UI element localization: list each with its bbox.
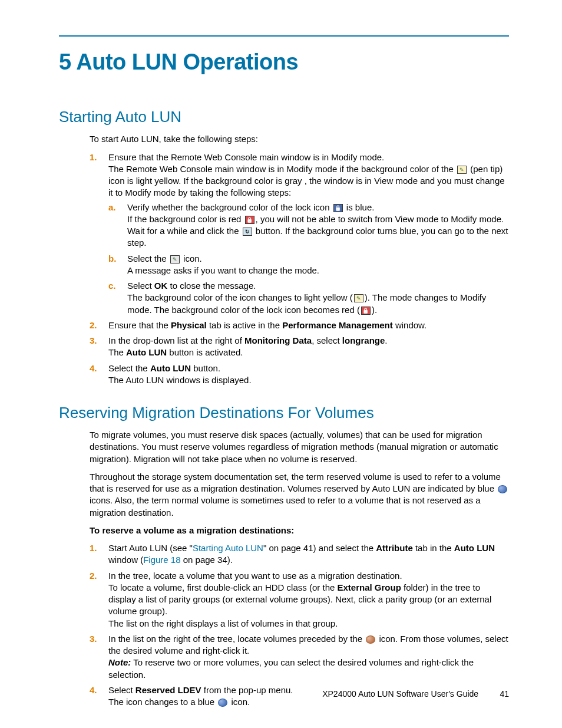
auto-lun-window-label: Auto LUN xyxy=(454,543,495,553)
step-3-text2: , select xyxy=(312,335,342,345)
step-1c-text5: ). xyxy=(372,305,377,315)
reserve-step-1-text3: tab in the xyxy=(413,543,454,553)
reserving-p2: Throughout the storage system documentat… xyxy=(90,471,509,519)
step-2-text3: window. xyxy=(393,320,427,330)
step-2-marker: 2. xyxy=(90,319,97,331)
page-footer: XP24000 Auto LUN Software User's Guide 4… xyxy=(59,689,509,700)
step-4-text: Select the xyxy=(108,363,150,373)
intro-text: To start Auto LUN, take the following st… xyxy=(90,133,509,145)
reserve-step-2-marker: 2. xyxy=(90,570,97,582)
reserved-volume-blue-icon xyxy=(218,699,227,707)
monitoring-data-label: Monitoring Data xyxy=(244,335,312,345)
step-1a-marker: a. xyxy=(108,202,116,213)
lock-blue-icon xyxy=(333,204,343,212)
pen-tip-icon xyxy=(170,255,180,263)
lock-red-icon xyxy=(361,307,371,315)
external-group-label: External Group xyxy=(337,582,401,592)
step-1b-text: Select the xyxy=(127,253,169,263)
reserve-step-1-text5: on page 34). xyxy=(181,555,233,565)
step-1c-text3: The background color of the icon changes… xyxy=(127,292,353,302)
page-number: 41 xyxy=(481,689,509,700)
step-3-text4: The xyxy=(108,347,126,357)
reserving-p2a: Throughout the storage system documentat… xyxy=(90,472,501,493)
chapter-title: 5 Auto LUN Operations xyxy=(59,47,509,77)
note-label: Note: xyxy=(108,657,131,667)
reserve-step-1-text2: " on page 41) and select the xyxy=(263,543,376,553)
ok-label: OK xyxy=(154,281,168,291)
step-4-text2: button. xyxy=(191,363,220,373)
reserve-step-3: 3. In the list on the right of the tree,… xyxy=(90,633,509,681)
reserved-volume-blue-icon xyxy=(498,485,507,493)
reserve-step-1-marker: 1. xyxy=(90,542,97,554)
reserve-step-3-note: To reserve two or more volumes, you can … xyxy=(108,657,474,679)
step-1b-marker: b. xyxy=(108,253,116,265)
step-1a-text: Verify whether the background color of t… xyxy=(127,202,332,212)
refresh-icon xyxy=(243,228,252,236)
lock-red-icon xyxy=(245,216,254,224)
step-2: 2. Ensure that the Physical tab is activ… xyxy=(90,319,509,331)
reserve-step-3-marker: 3. xyxy=(90,633,97,645)
perf-mgmt-label: Performance Management xyxy=(282,320,393,330)
section-reserving-destinations: Reserving Migration Destinations For Vol… xyxy=(59,403,509,423)
pen-tip-yellow-icon xyxy=(457,166,467,174)
step-1b-text3: A message asks if you want to change the… xyxy=(127,265,319,275)
reserve-step-2: 2. In the tree, locate a volume that you… xyxy=(90,570,509,630)
step-2-text: Ensure that the xyxy=(108,320,171,330)
step-1-marker: 1. xyxy=(90,151,97,163)
link-starting-auto-lun[interactable]: Starting Auto LUN xyxy=(193,543,263,553)
step-1a-text2: is blue. xyxy=(344,202,375,212)
reserve-step-2-l2a: To locate a volume, first double-click a… xyxy=(108,582,337,592)
step-1-line1: Ensure that the Remote Web Console main … xyxy=(108,152,384,162)
step-3: 3. In the drop-down list at the right of… xyxy=(90,335,509,359)
step-1: 1. Ensure that the Remote Web Console ma… xyxy=(90,151,509,316)
step-1-line2a: The Remote Web Console main window is in… xyxy=(108,164,456,174)
reserve-step-1-text: Start Auto LUN (see " xyxy=(108,543,193,553)
auto-lun-label: Auto LUN xyxy=(126,347,167,357)
physical-label: Physical xyxy=(171,320,207,330)
reserve-step-3-l1a: In the list on the right of the tree, lo… xyxy=(108,634,365,644)
reserving-p2b: icons. Also, the term normal volume is s… xyxy=(90,495,481,517)
section-starting-auto-lun: Starting Auto LUN xyxy=(59,107,509,127)
longrange-label: longrange xyxy=(342,335,385,345)
step-3-text5: button is activated. xyxy=(167,347,243,357)
step-1c-marker: c. xyxy=(108,280,116,292)
step-4-marker: 4. xyxy=(90,363,97,374)
step-1c-text2: to close the message. xyxy=(167,281,256,291)
step-3-text: In the drop-down list at the right of xyxy=(108,335,244,345)
step-1a-text3: If the background color is red xyxy=(127,214,244,224)
normal-volume-icon xyxy=(366,635,375,644)
reserve-step-2-l1: In the tree, locate a volume that you wa… xyxy=(108,571,402,581)
reserve-step-1-text4: window ( xyxy=(108,555,143,565)
step-4: 4. Select the Auto LUN button. The Auto … xyxy=(90,363,509,387)
step-1b: b. Select the icon. A message asks if yo… xyxy=(108,253,509,277)
auto-lun-button-label: Auto LUN xyxy=(150,363,191,373)
footer-title: XP24000 Auto LUN Software User's Guide xyxy=(322,689,478,699)
reserve-step-2-l3: The list on the right displays a list of… xyxy=(108,618,338,628)
reserve-step-1: 1. Start Auto LUN (see "Starting Auto LU… xyxy=(90,542,509,566)
step-1c-text: Select xyxy=(127,281,154,291)
step-1c: c. Select OK to close the message. The b… xyxy=(108,280,509,316)
step-1a: a. Verify whether the background color o… xyxy=(108,202,509,249)
link-figure-18[interactable]: Figure 18 xyxy=(143,555,180,565)
attribute-label: Attribute xyxy=(376,543,413,553)
step-3-marker: 3. xyxy=(90,335,97,347)
step-3-text3: . xyxy=(385,335,387,345)
step-1b-text2: icon. xyxy=(181,253,202,263)
step-4-text3: The Auto LUN windows is displayed. xyxy=(108,375,252,385)
reserve-subhead: To reserve a volume as a migration desti… xyxy=(90,525,509,536)
pen-tip-yellow-icon xyxy=(354,294,363,302)
step-2-text2: tab is active in the xyxy=(207,320,282,330)
reserving-p1: To migrate volumes, you must reserve dis… xyxy=(90,429,509,465)
